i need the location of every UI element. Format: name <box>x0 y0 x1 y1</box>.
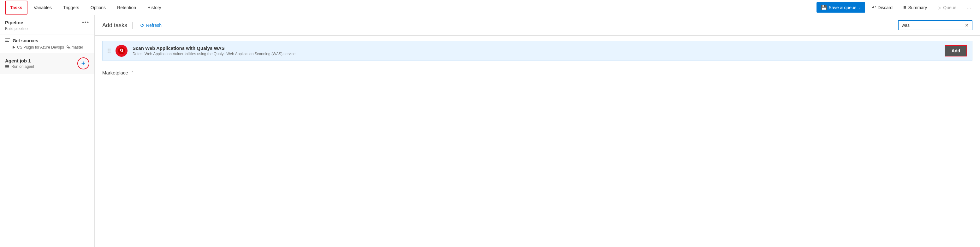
summary-icon: ≡ <box>903 5 906 10</box>
marketplace-header[interactable]: Marketplace ⌃ <box>102 70 972 75</box>
svg-rect-1 <box>5 40 8 40</box>
plugin-meta: CS Plugin for Azure Devops <box>12 45 64 49</box>
svg-rect-9 <box>5 66 9 67</box>
discard-icon: ↶ <box>872 5 876 10</box>
right-panel-header: Add tasks ↻ Refresh ✕ <box>95 15 980 36</box>
svg-point-4 <box>67 46 68 47</box>
refresh-icon: ↻ <box>140 22 144 28</box>
queue-icon: ▷ <box>938 5 941 10</box>
drag-handle[interactable] <box>108 49 110 53</box>
add-task-circle-button[interactable]: + <box>77 57 89 70</box>
toolbar-actions: 💾 Save & queue ⌄ ↶ Discard ≡ Summary ▷ Q… <box>816 2 975 13</box>
agent-job-info: Agent job 1 Run on agent <box>5 58 34 69</box>
search-input[interactable] <box>899 21 962 30</box>
right-panel: Add tasks ↻ Refresh ✕ <box>95 15 980 247</box>
svg-marker-3 <box>13 46 15 49</box>
pipeline-more-icon[interactable]: ••• <box>82 19 89 25</box>
search-clear-button[interactable]: ✕ <box>962 21 972 30</box>
nav-divider <box>814 3 814 12</box>
save-queue-button[interactable]: 💾 Save & queue ⌄ <box>816 2 865 13</box>
branch-meta: master <box>67 45 83 49</box>
add-task-button[interactable]: Add <box>945 45 967 57</box>
svg-point-13 <box>121 49 123 51</box>
branch-icon <box>67 46 70 49</box>
agent-job-title: Agent job 1 <box>5 58 34 63</box>
tab-history[interactable]: History <box>142 1 166 14</box>
more-button[interactable]: ... <box>963 3 975 12</box>
qualys-icon <box>116 45 127 57</box>
tab-options[interactable]: Options <box>86 1 111 14</box>
agent-icon <box>5 64 10 69</box>
save-queue-chevron-icon: ⌄ <box>859 6 861 9</box>
marketplace-chevron-up-icon: ⌃ <box>130 71 134 75</box>
refresh-button[interactable]: ↻ Refresh <box>138 21 164 30</box>
get-sources-section[interactable]: Get sources CS Plugin for Azure Devops <box>0 34 94 53</box>
tab-tasks[interactable]: Tasks <box>5 1 27 14</box>
search-box: ✕ <box>898 20 972 30</box>
agent-job-section[interactable]: Agent job 1 Run on agent + <box>0 53 94 74</box>
main-layout: Pipeline ••• Build pipeline Get sources <box>0 15 980 247</box>
get-sources-icon <box>5 38 10 44</box>
top-nav: Tasks Variables Triggers Options Retenti… <box>0 0 980 15</box>
tab-triggers[interactable]: Triggers <box>58 1 84 14</box>
sidebar: Pipeline ••• Build pipeline Get sources <box>0 15 95 247</box>
discard-button[interactable]: ↶ Discard <box>868 2 897 13</box>
task-name: Scan Web Applications with Qualys WAS <box>132 46 940 51</box>
get-sources-title: Get sources <box>13 38 38 43</box>
summary-button[interactable]: ≡ Summary <box>899 3 931 13</box>
pipeline-title: Pipeline <box>5 20 23 25</box>
plugin-icon <box>12 46 16 49</box>
svg-rect-8 <box>5 65 9 66</box>
task-info: Scan Web Applications with Qualys WAS De… <box>132 46 940 56</box>
tab-retention[interactable]: Retention <box>112 1 141 14</box>
task-description: Detect Web Application Vulnerabilities u… <box>132 52 940 56</box>
svg-rect-2 <box>5 41 9 42</box>
svg-rect-10 <box>5 68 9 68</box>
queue-button[interactable]: ▷ Queue <box>934 3 961 12</box>
task-result-item: Scan Web Applications with Qualys WAS De… <box>102 41 972 61</box>
pipeline-header: Pipeline ••• <box>0 15 94 27</box>
save-icon: 💾 <box>821 5 827 10</box>
tab-variables[interactable]: Variables <box>29 1 57 14</box>
add-tasks-row: Add tasks ↻ Refresh <box>102 21 164 30</box>
close-icon: ✕ <box>965 23 969 28</box>
marketplace-title: Marketplace <box>102 70 128 75</box>
pipeline-subtitle: Build pipeline <box>0 27 94 34</box>
marketplace-section: Marketplace ⌃ <box>95 66 980 79</box>
svg-rect-0 <box>5 38 10 39</box>
add-tasks-title: Add tasks <box>102 22 127 29</box>
plus-icon: + <box>81 60 86 67</box>
agent-job-meta: Run on agent <box>5 64 34 69</box>
nav-tabs: Tasks Variables Triggers Options Retenti… <box>5 1 811 14</box>
